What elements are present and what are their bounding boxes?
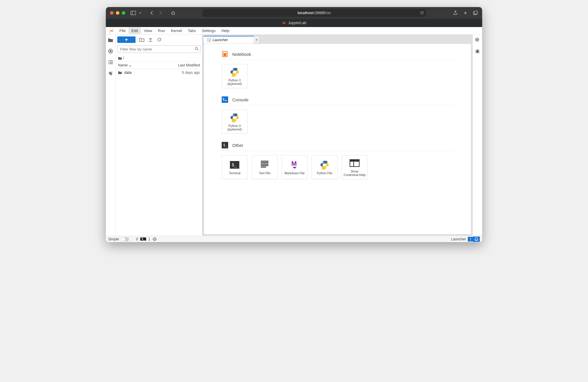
extensions-tab-icon[interactable]	[108, 71, 113, 76]
svg-point-21	[235, 120, 236, 121]
jupyter-logo-icon[interactable]	[108, 28, 115, 34]
svg-rect-13	[109, 63, 113, 64]
launcher-panel: Notebook Python 3 (ipykernel) Console	[204, 43, 471, 234]
card-label: Python 3 (ipykernel)	[227, 124, 242, 131]
nav-forward-icon[interactable]	[158, 10, 163, 16]
svg-rect-11	[109, 62, 113, 63]
svg-rect-7	[110, 50, 111, 52]
launcher-section-other: $_ Other $_ Terminal Text File	[222, 142, 453, 179]
svg-point-5	[109, 32, 110, 33]
close-window-button[interactable]	[110, 11, 113, 15]
browser-window: localhost:38888/lab JupyterLab File Edit…	[106, 7, 482, 242]
tabs-overview-icon[interactable]	[473, 10, 478, 16]
svg-point-18	[235, 75, 236, 76]
file-modified: 5 days ago	[182, 71, 200, 75]
section-label: Console	[232, 97, 248, 102]
browser-tab-title[interactable]: JupyterLab	[288, 21, 306, 25]
property-inspector-icon[interactable]	[475, 37, 480, 43]
new-tab-button[interactable]: +	[254, 36, 260, 43]
launcher-card-python3-notebook[interactable]: Python 3 (ipykernel)	[222, 64, 248, 88]
reload-icon[interactable]	[420, 11, 424, 15]
app-body: / Name▲ Last Modified data 5 days ago La…	[106, 35, 482, 236]
refresh-icon[interactable]	[157, 37, 162, 42]
file-list-header: Name▲ Last Modified	[116, 62, 202, 69]
menu-kernel[interactable]: Kernel	[168, 27, 185, 34]
kernel-count: 1	[148, 237, 151, 241]
column-modified[interactable]: Last Modified	[178, 63, 200, 67]
chevron-down-icon[interactable]	[139, 10, 142, 16]
simple-mode-toggle[interactable]	[121, 237, 129, 241]
svg-point-37	[476, 38, 479, 41]
nav-back-icon[interactable]	[149, 10, 155, 16]
file-filter	[117, 45, 201, 53]
url-host: localhost:	[298, 11, 315, 15]
address-bar[interactable]: localhost:38888/lab	[202, 9, 426, 17]
breadcrumb[interactable]: /	[116, 55, 202, 62]
bell-icon[interactable]	[473, 237, 480, 242]
terminal-icon: $_	[229, 160, 240, 170]
launcher-tab-icon	[207, 38, 211, 42]
maximize-window-button[interactable]	[122, 11, 125, 15]
simple-mode-label: Simple	[108, 237, 119, 241]
card-label: Python File	[317, 171, 333, 175]
sidebar-toggle-icon[interactable]	[131, 10, 136, 16]
svg-text:$_: $_	[232, 162, 237, 167]
menu-settings[interactable]: Settings	[199, 27, 218, 34]
svg-rect-0	[131, 11, 136, 15]
launcher-card-contextual-help[interactable]: Show Contextual Help	[342, 155, 368, 179]
svg-point-14	[195, 47, 198, 50]
file-filter-input[interactable]	[117, 45, 201, 53]
terminal-status-icon[interactable]: $_	[140, 237, 146, 241]
svg-point-41	[154, 239, 155, 240]
svg-rect-9	[109, 61, 113, 61]
column-name[interactable]: Name▲	[118, 63, 178, 67]
launcher-card-markdown[interactable]: M Markdown File	[282, 155, 308, 179]
menu-view[interactable]: View	[141, 27, 155, 34]
toc-tab-icon[interactable]	[108, 59, 113, 65]
file-browser-tab-icon[interactable]	[108, 37, 113, 43]
file-row[interactable]: data 5 days ago	[116, 69, 202, 76]
launcher-card-terminal[interactable]: $_ Terminal	[222, 155, 248, 179]
new-tab-icon[interactable]	[463, 10, 468, 16]
menu-help[interactable]: Help	[218, 27, 232, 34]
menubar: File Edit View Run Kernel Tabs Settings …	[106, 27, 482, 35]
python-icon	[319, 160, 330, 170]
python-icon	[229, 112, 240, 123]
folder-icon	[118, 71, 123, 74]
kernel-status-icon[interactable]	[153, 237, 157, 241]
main-dock: Launcher + Notebook Python 3 (ipykernel)	[203, 35, 472, 236]
svg-point-8	[108, 61, 109, 61]
upload-icon[interactable]	[148, 37, 153, 42]
running-kernels-tab-icon[interactable]	[108, 48, 113, 54]
menu-file[interactable]: File	[116, 27, 128, 34]
home-icon[interactable]	[171, 10, 176, 16]
new-launcher-button[interactable]	[117, 36, 136, 43]
card-label: Text File	[259, 171, 270, 175]
status-bar: Simple 0 $_ 1 Launcher 1	[106, 236, 482, 242]
minimize-window-button[interactable]	[116, 11, 119, 15]
menu-edit[interactable]: Edit	[128, 27, 141, 34]
svg-rect-3	[474, 11, 477, 14]
card-label: Show Contextual Help	[344, 170, 366, 177]
svg-point-40	[153, 238, 156, 241]
debugger-icon[interactable]	[475, 48, 480, 54]
launcher-card-pythonfile[interactable]: Python File	[312, 155, 338, 179]
dock-tab-launcher[interactable]: Launcher	[204, 36, 254, 43]
launcher-card-textfile[interactable]: Text File	[252, 155, 278, 179]
dock-tab-label: Launcher	[213, 38, 228, 42]
launcher-card-python3-console[interactable]: Python 3 (ipykernel)	[222, 110, 248, 134]
terminal-count: 0	[136, 237, 138, 241]
svg-rect-19	[222, 96, 228, 103]
browser-toolbar: localhost:38888/lab	[106, 7, 482, 19]
card-label: Python 3 (ipykernel)	[227, 78, 242, 86]
share-icon[interactable]	[453, 10, 458, 16]
textfile-icon	[259, 160, 270, 170]
python-icon	[229, 67, 240, 77]
new-folder-icon[interactable]	[139, 37, 144, 42]
menu-run[interactable]: Run	[155, 27, 168, 34]
menu-tabs[interactable]: Tabs	[185, 27, 199, 34]
section-label: Other	[232, 143, 243, 148]
notification-count-badge[interactable]: 1	[468, 237, 473, 242]
svg-rect-26	[261, 161, 268, 162]
card-label: Markdown File	[285, 171, 305, 175]
